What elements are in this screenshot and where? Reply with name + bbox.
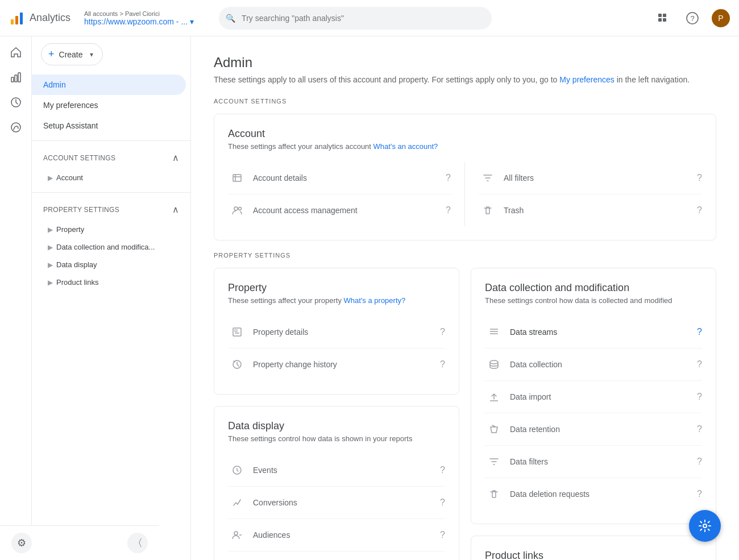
svg-point-18 — [239, 208, 242, 210]
data-deletion-icon — [485, 485, 503, 503]
audiences-icon — [228, 526, 246, 544]
property-details-help-icon[interactable]: ? — [440, 327, 445, 337]
collapse-button[interactable]: 〈 — [127, 533, 148, 553]
property-card: Property These settings affect your prop… — [214, 268, 459, 395]
what-is-account-link[interactable]: What's an account? — [373, 142, 438, 151]
nav-explore-button[interactable] — [5, 91, 27, 114]
apps-grid-button[interactable] — [653, 8, 673, 28]
svg-point-17 — [234, 207, 238, 210]
property-chevron-icon: ▶ — [48, 226, 53, 234]
account-card-grid: Account details ? Account access managem… — [228, 162, 702, 226]
account-access-help-icon[interactable]: ? — [446, 205, 451, 215]
trash-item[interactable]: Trash ? — [479, 194, 702, 226]
svg-text:?: ? — [690, 14, 694, 23]
data-display-card-title: Data display — [228, 420, 445, 432]
app-logo: Analytics — [9, 10, 70, 26]
nav-advertising-button[interactable] — [5, 116, 27, 139]
icon-nav — [0, 36, 32, 560]
events-item[interactable]: Events ? — [228, 454, 445, 487]
svg-rect-14 — [233, 175, 241, 181]
data-collection-help-icon[interactable]: ? — [697, 359, 702, 370]
property-details-label: Property details — [253, 327, 433, 337]
product-links-chevron-icon: ▶ — [48, 279, 53, 287]
property-history-help-icon[interactable]: ? — [440, 359, 445, 370]
events-help-icon[interactable]: ? — [440, 465, 445, 475]
main-content: Admin These settings apply to all users … — [191, 36, 739, 560]
svg-point-13 — [11, 123, 20, 132]
data-display-subtitle: These settings control how data is shown… — [228, 434, 445, 443]
conversions-item[interactable]: Conversions ? — [228, 487, 445, 519]
fab-settings-icon — [698, 519, 712, 533]
data-collection-icon — [485, 355, 503, 374]
fab-button[interactable] — [689, 510, 721, 542]
what-is-property-link[interactable]: What's a property? — [344, 296, 406, 305]
data-import-item[interactable]: Data import ? — [485, 381, 702, 413]
data-import-help-icon[interactable]: ? — [697, 392, 702, 402]
sidebar-footer: ⚙ 〈 — [32, 525, 159, 560]
data-filters-icon — [485, 453, 503, 471]
account-details-help-icon[interactable]: ? — [446, 173, 451, 183]
property-settings-header[interactable]: Property settings ∧ — [32, 200, 190, 219]
data-retention-icon — [485, 420, 503, 438]
data-collection-item[interactable]: Data collection ? — [485, 349, 702, 381]
bar-chart-icon — [10, 71, 22, 84]
sidebar-item-property[interactable]: ▶ Property — [32, 221, 186, 238]
search-input[interactable] — [219, 7, 492, 30]
conversions-help-icon[interactable]: ? — [440, 497, 445, 508]
svg-rect-5 — [658, 18, 662, 22]
conversions-icon — [228, 493, 246, 512]
avatar[interactable]: P — [712, 9, 730, 27]
product-links-card: Product links These settings control whi… — [471, 536, 716, 560]
svg-rect-0 — [11, 19, 14, 24]
data-collection-items: Data streams ? Data collection ? — [485, 316, 702, 510]
events-label: Events — [253, 466, 433, 475]
data-retention-help-icon[interactable]: ? — [697, 424, 702, 434]
my-preferences-link[interactable]: My preferences — [559, 75, 614, 84]
all-filters-help-icon[interactable]: ? — [697, 173, 702, 183]
account-settings-header[interactable]: Account settings ∧ — [32, 148, 190, 168]
account-access-item[interactable]: Account access management ? — [228, 194, 451, 226]
data-deletion-help-icon[interactable]: ? — [697, 489, 702, 499]
data-streams-item[interactable]: Data streams ? — [485, 316, 702, 349]
property-change-history-item[interactable]: Property change history ? — [228, 349, 445, 380]
custom-definitions-item[interactable]: Custom definitions ? — [228, 551, 445, 560]
data-filters-help-icon[interactable]: ? — [697, 457, 702, 467]
data-deletion-item[interactable]: Data deletion requests ? — [485, 478, 702, 510]
data-collection-card: Data collection and modification These s… — [471, 268, 716, 524]
data-streams-help-icon[interactable]: ? — [697, 327, 702, 337]
audiences-help-icon[interactable]: ? — [440, 530, 445, 540]
account-details-item[interactable]: Account details ? — [228, 162, 451, 194]
svg-rect-9 — [11, 77, 14, 82]
app-name: Analytics — [30, 12, 70, 24]
nav-reports-button[interactable] — [5, 66, 27, 89]
sidebar-item-data-display[interactable]: ▶ Data display — [32, 256, 186, 273]
nav-home-button[interactable] — [5, 41, 27, 64]
analytics-logo-icon — [9, 10, 25, 26]
property-details-item[interactable]: Property details ? — [228, 316, 445, 349]
conversions-label: Conversions — [253, 498, 433, 507]
account-selector[interactable]: All accounts > Pavel Ciorici https://www… — [77, 10, 201, 26]
sidebar-item-data-collection[interactable]: ▶ Data collection and modifica... — [32, 238, 186, 256]
trash-help-icon[interactable]: ? — [697, 205, 702, 215]
sidebar-item-product-links[interactable]: ▶ Product links — [32, 273, 186, 291]
svg-rect-10 — [15, 75, 17, 82]
home-icon — [10, 46, 22, 59]
sidebar-item-account[interactable]: ▶ Account — [32, 169, 186, 186]
audiences-item[interactable]: Audiences ? — [228, 519, 445, 551]
sidebar-item-my-preferences[interactable]: My preferences — [32, 95, 186, 115]
topbar-right: ? P — [653, 8, 730, 28]
sidebar-item-admin[interactable]: Admin — [32, 74, 186, 95]
property-settings-section: Property settings ∧ ▶ Property ▶ Data co… — [32, 195, 190, 294]
account-details-label: Account details — [253, 173, 439, 182]
dropdown-arrow-icon: ▾ — [190, 17, 194, 26]
all-filters-item[interactable]: All filters ? — [479, 162, 702, 194]
property-url[interactable]: https://www.wpzoom.com - ... ▾ — [84, 17, 194, 26]
data-retention-item[interactable]: Data retention ? — [485, 413, 702, 446]
svg-rect-6 — [663, 18, 666, 22]
data-streams-icon — [485, 323, 503, 341]
account-chevron-icon: ▶ — [48, 174, 53, 182]
create-button[interactable]: + Create ▾ — [41, 43, 103, 65]
help-button[interactable]: ? — [682, 8, 703, 28]
sidebar-item-setup-assistant[interactable]: Setup Assistant — [32, 115, 186, 136]
data-filters-item[interactable]: Data filters ? — [485, 446, 702, 478]
